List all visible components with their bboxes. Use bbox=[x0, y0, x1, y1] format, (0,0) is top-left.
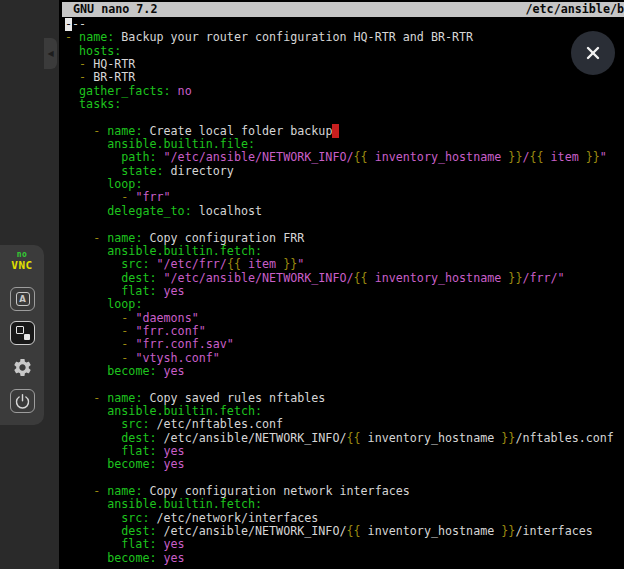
code-line: - name: Copy saved rules nftables bbox=[59, 392, 624, 405]
chevron-left-icon: ◀ bbox=[47, 49, 53, 58]
nano-filepath-label: /etc/ansible/b bbox=[525, 2, 624, 17]
code-line: become: yes bbox=[59, 365, 624, 378]
code-line: - BR-RTR bbox=[59, 71, 624, 84]
editor-content[interactable]: ---- name: Backup your router configurat… bbox=[59, 18, 624, 569]
code-line: - "daemons" bbox=[59, 312, 624, 325]
fullscreen-button[interactable] bbox=[10, 321, 35, 345]
code-line bbox=[59, 111, 624, 124]
close-button[interactable] bbox=[571, 31, 615, 75]
nano-version-label: GNU nano 7.2 bbox=[73, 2, 157, 17]
vnc-toolbar: no VNC A bbox=[0, 245, 44, 425]
code-line: flat: yes bbox=[59, 445, 624, 458]
code-line: ansible.builtin.file: bbox=[59, 138, 624, 151]
nano-titlebar: GNU nano 7.2 /etc/ansible/b bbox=[62, 2, 624, 17]
code-line: src: "/etc/frr/{{ item }}" bbox=[59, 258, 624, 271]
terminal-window[interactable]: GNU nano 7.2 /etc/ansible/b ---- name: B… bbox=[59, 0, 624, 569]
settings-button[interactable] bbox=[10, 355, 35, 379]
code-line: src: /etc/network/interfaces bbox=[59, 512, 624, 525]
power-icon bbox=[14, 393, 31, 410]
code-line: flat: yes bbox=[59, 285, 624, 298]
code-line: loop: bbox=[59, 178, 624, 191]
code-line: delegate_to: localhost bbox=[59, 205, 624, 218]
code-line: hosts: bbox=[59, 45, 624, 58]
code-line: become: yes bbox=[59, 458, 624, 471]
a-key-icon: A bbox=[16, 292, 30, 306]
code-line bbox=[59, 472, 624, 485]
vnc-logo: no VNC bbox=[0, 251, 44, 271]
code-line: - name: Create local folder backup bbox=[59, 125, 624, 138]
resize-icon bbox=[15, 325, 31, 341]
code-line: --- bbox=[59, 18, 624, 31]
code-line: - "frr.conf.sav" bbox=[59, 338, 624, 351]
code-line: - HQ-RTR bbox=[59, 58, 624, 71]
code-line: - name: Copy configuration FRR bbox=[59, 232, 624, 245]
code-line: dest: /etc/ansible/NETWORK_INFO/{{ inven… bbox=[59, 525, 624, 538]
code-line: ansible.builtin.fetch: bbox=[59, 245, 624, 258]
code-line: src: /etc/nftables.conf bbox=[59, 418, 624, 431]
code-line bbox=[59, 218, 624, 231]
code-line: dest: /etc/ansible/NETWORK_INFO/{{ inven… bbox=[59, 432, 624, 445]
code-line: tasks: bbox=[59, 98, 624, 111]
code-line: ansible.builtin.fetch: bbox=[59, 498, 624, 511]
code-line: ansible.builtin.fetch: bbox=[59, 405, 624, 418]
keyboard-button[interactable]: A bbox=[10, 287, 35, 311]
code-line: - name: Backup your router configuration… bbox=[59, 31, 624, 44]
vnc-logo-bottom: VNC bbox=[0, 260, 44, 271]
code-line: - "vtysh.conf" bbox=[59, 352, 624, 365]
code-line: flat: yes bbox=[59, 538, 624, 551]
gear-icon bbox=[12, 357, 33, 378]
code-line: become: yes bbox=[59, 552, 624, 565]
code-line: path: "/etc/ansible/NETWORK_INFO/{{ inve… bbox=[59, 151, 624, 164]
toolbar-collapse-handle[interactable]: ◀ bbox=[44, 38, 57, 69]
code-line: - name: Copy configuration network inter… bbox=[59, 485, 624, 498]
code-line: dest: "/etc/ansible/NETWORK_INFO/{{ inve… bbox=[59, 272, 624, 285]
code-line: - "frr.conf" bbox=[59, 325, 624, 338]
close-icon bbox=[584, 44, 602, 62]
code-line: state: directory bbox=[59, 165, 624, 178]
code-line bbox=[59, 378, 624, 391]
desktop: GNU nano 7.2 /etc/ansible/b ---- name: B… bbox=[0, 0, 624, 569]
code-line: - "frr" bbox=[59, 191, 624, 204]
power-button[interactable] bbox=[10, 389, 35, 413]
code-line: gather_facts: no bbox=[59, 85, 624, 98]
vnc-logo-top: no bbox=[0, 251, 44, 259]
code-line: loop: bbox=[59, 298, 624, 311]
